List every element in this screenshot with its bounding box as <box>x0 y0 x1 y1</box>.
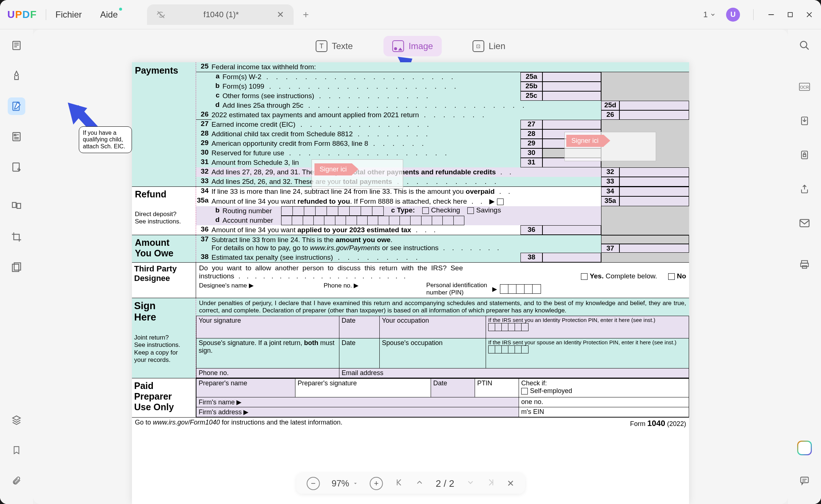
checkbox-yes[interactable]: Yes. Complete below. <box>581 272 657 280</box>
preparer-signature-field[interactable]: Preparer's signature <box>295 379 431 397</box>
text-tool-button[interactable]: T Texte <box>307 36 361 56</box>
svg-rect-24 <box>802 151 807 159</box>
last-page-button[interactable] <box>486 478 495 489</box>
ocr-button[interactable]: OCR <box>796 78 813 96</box>
dropdown-icon <box>353 481 358 486</box>
ai-button[interactable] <box>797 441 812 455</box>
check-if-field: Check if:Self-employed <box>519 379 689 397</box>
line-35d-label: Account number <box>222 216 281 225</box>
checkbox-no[interactable]: No <box>668 272 686 280</box>
input-25d[interactable] <box>619 101 689 110</box>
email-field[interactable]: Email address <box>339 368 689 378</box>
checkbox-self-employed[interactable] <box>521 388 528 394</box>
form-button[interactable] <box>8 128 25 145</box>
maximize-button[interactable] <box>786 10 795 19</box>
link-tool-button[interactable]: ⊡ Lien <box>464 36 514 56</box>
line-27-text: Earned income credit (EIC) . . . . . . .… <box>211 120 520 129</box>
zoom-out-button[interactable]: − <box>307 477 320 490</box>
input-35a[interactable] <box>619 196 689 206</box>
input-25a[interactable] <box>542 72 601 82</box>
signature-tag-1[interactable]: Signer ici <box>314 163 352 175</box>
zoom-in-button[interactable]: + <box>370 477 383 490</box>
input-27[interactable] <box>542 120 601 129</box>
your-occupation-field[interactable]: Your occupation <box>380 316 486 338</box>
phone-field[interactable]: Phone no. <box>196 368 339 378</box>
comment-button[interactable] <box>796 472 813 489</box>
first-page-button[interactable] <box>395 478 404 489</box>
menu-file[interactable]: Fichier <box>55 10 82 20</box>
pdf-page[interactable]: Payments 25 Federal income tax withheld … <box>132 62 689 504</box>
avatar[interactable]: U <box>726 8 740 22</box>
input-25b[interactable] <box>542 82 601 91</box>
preparer-date-field[interactable]: Date <box>431 379 475 397</box>
footer-goto: Go to www.irs.gov/Form1040 for instructi… <box>135 419 342 428</box>
spouse-date-field[interactable]: Date <box>339 338 380 368</box>
input-25c[interactable] <box>542 91 601 101</box>
firm-address-field[interactable]: Firm's address ▶ <box>196 407 519 417</box>
line-25d-text: Add lines 25a through 25c . . . . . . . … <box>222 101 601 110</box>
box-29: 29 <box>520 139 542 148</box>
line-25c-text: Other forms (see instructions) . . . . .… <box>222 91 520 101</box>
input-34[interactable] <box>619 187 689 196</box>
page-indicator[interactable]: 2 / 2 <box>436 478 454 489</box>
input-32[interactable] <box>619 167 689 177</box>
irs-pin-field-1[interactable]: If the IRS sent you an Identity Protecti… <box>486 316 689 338</box>
prev-page-button[interactable] <box>415 478 424 489</box>
section-payments: Payments <box>135 65 194 76</box>
ptin-field[interactable]: PTIN <box>475 379 519 397</box>
line-32-text: Add lines 27, 28, 29, and 31. These are … <box>211 167 601 177</box>
annotate-button[interactable] <box>8 67 25 85</box>
input-26[interactable] <box>619 110 689 120</box>
designee-phone-field[interactable]: Phone no. ▶ <box>324 282 419 296</box>
designee-name-field[interactable]: Designee's name ▶ <box>199 282 316 296</box>
tab-close-icon[interactable]: ✕ <box>277 10 284 20</box>
box-28: 28 <box>520 129 542 139</box>
signature-tag-2[interactable]: Signer ici <box>566 135 604 147</box>
svg-point-19 <box>800 41 807 48</box>
search-button[interactable] <box>796 37 813 54</box>
share-button[interactable] <box>796 180 813 198</box>
attachment-button[interactable] <box>8 472 25 489</box>
thumbnails-button[interactable] <box>8 37 25 54</box>
checkbox-savings[interactable]: Savings <box>467 206 501 216</box>
protect-button[interactable] <box>796 146 813 164</box>
designee-pin-field[interactable]: Personal identification number (PIN) ▶ <box>426 282 686 296</box>
tab-add-button[interactable]: + <box>303 9 309 21</box>
next-page-button[interactable] <box>466 478 475 489</box>
menu-help[interactable]: Aide <box>100 10 118 20</box>
checkbox-8888[interactable] <box>497 199 504 205</box>
input-33[interactable] <box>619 177 689 186</box>
preparer-name-field[interactable]: Preparer's name <box>196 379 295 397</box>
date-field[interactable]: Date <box>339 316 380 338</box>
bookmark-button[interactable] <box>8 441 25 459</box>
svg-rect-25 <box>803 155 806 157</box>
input-36[interactable] <box>542 225 601 235</box>
firm-ein-field[interactable]: m's EIN <box>519 407 689 417</box>
close-toolbar-button[interactable]: ✕ <box>507 478 514 489</box>
print-button[interactable] <box>796 256 813 273</box>
edit-button[interactable] <box>8 97 25 115</box>
window-count[interactable]: 1 <box>703 10 716 19</box>
minimize-button[interactable] <box>767 10 776 19</box>
crop-button[interactable] <box>8 228 25 246</box>
spouse-signature-field[interactable]: Spouse's signature. If a joint return, b… <box>196 338 339 368</box>
spouse-occupation-field[interactable]: Spouse's occupation <box>380 338 486 368</box>
organize-button[interactable] <box>8 198 25 215</box>
zoom-value[interactable]: 97% <box>332 478 358 489</box>
input-37[interactable] <box>619 244 689 253</box>
checkbox-checking[interactable]: Checking <box>422 206 460 216</box>
redact-button[interactable] <box>8 259 25 276</box>
firm-phone-field[interactable]: one no. <box>519 397 689 407</box>
export-button[interactable] <box>796 112 813 130</box>
irs-pin-field-2[interactable]: If the IRS sent your spouse an Identity … <box>486 338 689 368</box>
close-button[interactable] <box>805 10 814 19</box>
input-38[interactable] <box>542 253 601 262</box>
document-tab[interactable]: f1040 (1)* ✕ <box>147 4 294 25</box>
image-tool-button[interactable]: Image <box>384 36 442 56</box>
firm-name-field[interactable]: Firm's name ▶ <box>196 397 519 407</box>
fill-sign-button[interactable] <box>8 158 25 176</box>
your-signature-field[interactable]: Your signature <box>196 316 339 338</box>
layers-button[interactable] <box>8 411 25 429</box>
input-account-number[interactable] <box>281 216 464 225</box>
email-button[interactable] <box>796 214 813 232</box>
